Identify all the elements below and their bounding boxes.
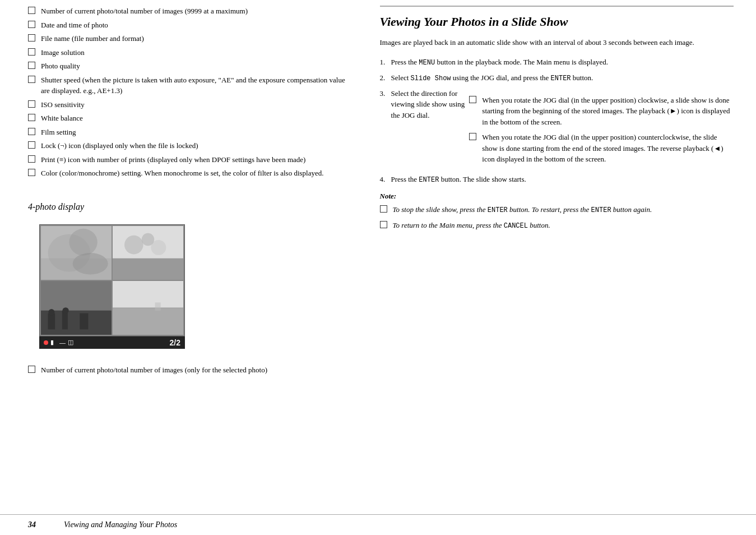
- list-item: Print (≡) icon with number of prints (di…: [28, 154, 346, 165]
- svg-rect-11: [41, 281, 112, 311]
- list-item-text: Print (≡) icon with number of prints (di…: [41, 154, 305, 165]
- photo-cell-topleft: [41, 226, 112, 280]
- checkbox-icon: [28, 76, 35, 83]
- list-item: When you rotate the JOG dial (in the upp…: [469, 95, 734, 128]
- step-num: 2.: [380, 72, 391, 84]
- list-item-text: Film setting: [41, 127, 76, 138]
- step-2: 2. Select Slide Show using the JOG dial,…: [380, 72, 734, 84]
- svg-point-7: [124, 235, 143, 254]
- section-title-slideshow: Viewing Your Photos in a Slide Show: [380, 6, 734, 29]
- svg-rect-22: [155, 302, 161, 310]
- svg-rect-20: [113, 308, 183, 335]
- enter-keyword-note: ENTER: [488, 206, 508, 214]
- checkbox-icon: [28, 141, 35, 149]
- checkbox-icon: [28, 34, 35, 41]
- intro-text: Images are played back in an automatic s…: [380, 37, 734, 49]
- svg-point-9: [142, 233, 154, 245]
- list-item: Lock (¬) icon (displayed only when the f…: [28, 140, 346, 151]
- section-title-4photo: 4-photo display: [28, 202, 346, 212]
- svg-point-17: [62, 307, 68, 313]
- note-text: To stop the slide show, press the ENTER …: [393, 204, 652, 215]
- footer-title: Viewing and Managing Your Photos: [64, 520, 177, 529]
- photo-display: ▮ ― ◫ 2/2: [39, 224, 185, 349]
- page-footer: 34 Viewing and Managing Your Photos: [0, 514, 756, 535]
- toolbar-icons-left: ▮ ― ◫: [44, 339, 73, 346]
- note-text: To return to the Main menu, press the CA…: [393, 220, 550, 231]
- step-num: 1.: [380, 57, 391, 68]
- list-item-text: White balance: [41, 113, 83, 124]
- list-item-text: Color (color/monochrome) setting. When m…: [41, 168, 323, 179]
- list-item: Film setting: [28, 127, 346, 138]
- list-item: File name (file number and format): [28, 33, 346, 44]
- photo-cell-bottomright: [113, 281, 183, 335]
- toolbar-lock-icon: ―: [59, 339, 66, 346]
- menu-keyword: MENU: [419, 59, 435, 67]
- svg-rect-4: [41, 258, 112, 279]
- note-label: Note:: [380, 192, 734, 201]
- red-dot-icon: [44, 340, 48, 345]
- cancel-keyword: CANCEL: [504, 222, 528, 230]
- list-item: Number of current photo/total number of …: [28, 365, 346, 376]
- checkbox-icon: [28, 128, 35, 135]
- toolbar-grid-icon: ◫: [68, 339, 73, 346]
- sub-bullet-list: When you rotate the JOG dial (in the upp…: [469, 91, 734, 169]
- checkbox-icon: [380, 205, 387, 213]
- list-item-text: File name (file number and format): [41, 33, 144, 44]
- svg-rect-13: [48, 313, 55, 329]
- list-item-text: Number of current photo/total number of …: [41, 365, 267, 376]
- checkbox-icon: [28, 48, 35, 56]
- step-num: 3.: [380, 88, 391, 99]
- svg-rect-15: [80, 313, 88, 329]
- photo-toolbar: ▮ ― ◫ 2/2: [39, 336, 185, 349]
- photo-cell-bottomleft: [41, 281, 112, 335]
- right-column: Viewing Your Photos in a Slide Show Imag…: [363, 0, 756, 405]
- step-num: 4.: [380, 174, 391, 185]
- checkbox-icon: [28, 7, 35, 14]
- list-item-text: Image solution: [41, 47, 85, 58]
- enter-keyword-2: ENTER: [419, 176, 439, 184]
- main-bullet-list: Number of current photo/total number of …: [28, 6, 346, 182]
- list-item: White balance: [28, 113, 346, 124]
- list-item-text: Number of current photo/total number of …: [41, 6, 248, 17]
- svg-rect-6: [113, 258, 183, 279]
- step-text: Select the direction for viewing slide s…: [391, 88, 470, 121]
- list-item: Image solution: [28, 47, 346, 58]
- list-item: Color (color/monochrome) setting. When m…: [28, 168, 346, 179]
- list-item-text: Photo quality: [41, 61, 80, 72]
- step-text: Press the MENU button in the playback mo…: [391, 57, 608, 68]
- checkbox-icon: [28, 169, 35, 176]
- list-item: Photo quality: [28, 61, 346, 72]
- checkbox-icon: [28, 100, 35, 108]
- toolbar-frame-icon: ▮: [50, 339, 54, 346]
- checkbox-icon: [28, 366, 35, 373]
- enter-keyword-note2: ENTER: [591, 206, 611, 214]
- sub-bullet-text: When you rotate the JOG dial (in the upp…: [482, 95, 734, 128]
- step-1: 1. Press the MENU button in the playback…: [380, 57, 734, 68]
- list-item-text: ISO sensitivity: [41, 99, 85, 110]
- list-item: Number of current photo/total number of …: [28, 6, 346, 17]
- step-text: Press the ENTER button. The slide show s…: [391, 174, 526, 185]
- left-column: Number of current photo/total number of …: [0, 0, 363, 405]
- checkbox-icon: [469, 96, 476, 103]
- checkbox-icon: [380, 221, 387, 228]
- svg-rect-19: [113, 281, 183, 308]
- checkbox-icon: [28, 155, 35, 163]
- checkbox-icon: [469, 133, 476, 140]
- step-3: 3. Select the direction for viewing slid…: [380, 88, 734, 169]
- page-number: 34: [28, 520, 36, 529]
- svg-point-16: [48, 309, 54, 315]
- svg-point-2: [69, 228, 97, 255]
- checkbox-icon: [28, 114, 35, 121]
- step-text: Select Slide Show using the JOG dial, an…: [391, 72, 593, 84]
- list-item-text: Shutter speed (when the picture is taken…: [41, 75, 346, 96]
- sub-bullet-text: When you rotate the JOG dial (in the upp…: [482, 132, 734, 165]
- checkbox-icon: [28, 21, 35, 28]
- photo-cell-topright: [113, 226, 183, 280]
- list-item-text: Date and time of photo: [41, 20, 108, 31]
- enter-keyword: ENTER: [551, 75, 571, 82]
- photo-grid: [39, 224, 185, 336]
- step-4: 4. Press the ENTER button. The slide sho…: [380, 174, 734, 185]
- note-item-1: To stop the slide show, press the ENTER …: [380, 204, 734, 215]
- list-item: Date and time of photo: [28, 20, 346, 31]
- note-list: To stop the slide show, press the ENTER …: [380, 204, 734, 231]
